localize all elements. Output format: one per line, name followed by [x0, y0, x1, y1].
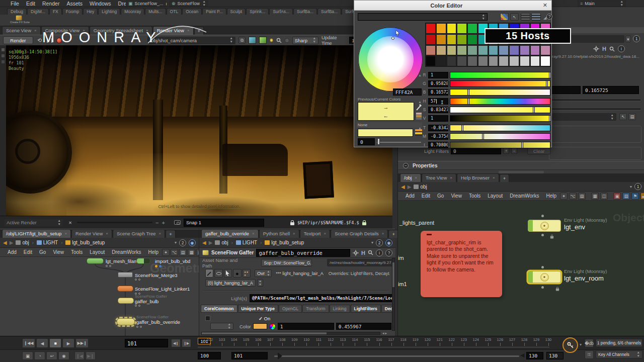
range-end-marker[interactable]: ◀	[520, 352, 524, 358]
node-name-label[interactable]: lgt_env_room	[564, 275, 604, 282]
range-end-chip[interactable]: 130	[526, 352, 543, 359]
menu-item-file[interactable]: File	[7, 0, 23, 8]
info-icon[interactable]: i	[376, 249, 383, 256]
snap-name-field[interactable]: Snap 1	[184, 219, 264, 227]
color-icon[interactable]: ▣	[613, 193, 621, 200]
breadcrumb-obj[interactable]: obj	[16, 240, 29, 245]
slider-handle[interactable]	[533, 107, 535, 113]
menu-item-go[interactable]: Go	[434, 192, 447, 200]
play-back-button[interactable]: ◀	[36, 338, 48, 348]
houdini-help-icon[interactable]: H	[602, 46, 606, 52]
tab-textport[interactable]: Textport×	[300, 229, 330, 238]
menu-item-add[interactable]: Add	[4, 248, 20, 256]
houdini-help-icon[interactable]: H	[361, 250, 365, 256]
tab-gaffer-bulb-override[interactable]: gaffer_bulb_override×	[201, 229, 259, 238]
close-tab-icon[interactable]: ×	[450, 175, 452, 180]
close-tab-icon[interactable]: ×	[324, 231, 326, 236]
swatch-r3-c11[interactable]	[540, 56, 550, 66]
node-label[interactable]: SceneFlow_Merge3	[135, 273, 178, 278]
alpha-slider-handle[interactable]	[377, 138, 380, 145]
menu-item-windows[interactable]: Windows	[86, 0, 115, 8]
color-swatch[interactable]	[253, 323, 267, 329]
swatch-r1-c2[interactable]	[447, 34, 457, 45]
shelf-tab-debug[interactable]: Debug	[7, 8, 27, 15]
swatch-r2-c8[interactable]	[509, 45, 519, 56]
history-badge[interactable]: 2	[179, 239, 186, 246]
shelf-tab-surfba[interactable]: SurfBa...	[317, 8, 341, 15]
close-tab-icon[interactable]: ×	[64, 231, 67, 236]
node-lgt-mesh-filament[interactable]	[87, 258, 104, 264]
enable-checkbox[interactable]	[205, 316, 210, 321]
slider-handle[interactable]	[467, 89, 469, 96]
magnify-icon[interactable]	[368, 250, 373, 255]
channels-refresh-icon[interactable]: �db	[585, 339, 594, 347]
close-tab-icon[interactable]: ×	[382, 231, 384, 236]
slider-handle[interactable]	[467, 98, 469, 105]
slider-value-field[interactable]: 1	[428, 115, 448, 122]
slider-bar[interactable]	[450, 115, 550, 122]
scene-combo[interactable]: ⊕SceneFlow▲▼	[169, 1, 208, 7]
flag-blue-icon[interactable]: ⚑	[631, 193, 639, 200]
tab-scene-graph-tree[interactable]: Scene Graph Tree×	[113, 229, 165, 238]
shelf-tab-lighting[interactable]: Lighting	[98, 8, 120, 15]
realtime-toggle-button[interactable]: ◔	[34, 351, 45, 360]
node-label[interactable]: import_bulb_vbd	[155, 258, 190, 264]
audio-button[interactable]: ◉	[58, 351, 69, 360]
menu-item-help[interactable]: Help	[144, 248, 162, 256]
edit-pencil-icon[interactable]	[205, 269, 213, 278]
refresh-icon[interactable]: ⟲	[36, 37, 43, 44]
current-frame-field[interactable]: 101	[125, 339, 168, 347]
tab-python-shell[interactable]: Python Shell×	[259, 229, 299, 238]
go-end-button[interactable]: ▶▶❙	[75, 338, 89, 348]
menu-item-tools[interactable]: Tools	[67, 248, 86, 256]
slider-bar[interactable]	[450, 107, 550, 113]
sync-icon[interactable]: ◉	[385, 239, 392, 246]
flag-orange-icon[interactable]: ▬	[640, 193, 644, 200]
play-button[interactable]: ▶	[62, 338, 74, 348]
grid-icon[interactable]: ▦	[188, 249, 195, 256]
range-end-button[interactable]: ▶❙	[86, 351, 96, 360]
swatch-r0-c4[interactable]	[467, 23, 477, 34]
step-forward-button[interactable]: ❙▶	[182, 339, 191, 347]
tree-icon[interactable]: ⌥	[171, 249, 178, 256]
light-filters-field[interactable]: 0	[451, 147, 501, 154]
swatch-r0-c2[interactable]	[447, 23, 457, 34]
tab-scene-graph-details[interactable]: Scene Graph Details×	[331, 229, 388, 238]
breadcrumb-lgt-bulb-setup[interactable]: lgt_bulb_setup	[265, 240, 304, 245]
swatch-r3-c6[interactable]	[489, 56, 499, 66]
wrench-icon[interactable]: ✦	[162, 249, 170, 256]
asset-type-combo[interactable]: Sop::DW::SceneFlow_G...▲▼	[261, 259, 312, 266]
slider-value-field[interactable]: 0.95828	[428, 80, 448, 87]
menu-item-view[interactable]: View	[447, 192, 465, 200]
ovr-combo[interactable]: Ovr▲▼	[255, 269, 272, 277]
tab-geometry-spreadsheet[interactable]: Geometry Spreadsheet×	[90, 26, 152, 35]
main-take-combo[interactable]: ≡Main▲▼	[578, 1, 626, 7]
back-icon[interactable]: ◀	[401, 184, 405, 190]
tab-help-browser[interactable]: Help Browser×	[457, 173, 499, 182]
node-sceneflow-light-linker1[interactable]	[117, 286, 133, 292]
sticky-note[interactable]: lgt_char_graphic_rim is parented to the …	[421, 231, 502, 297]
swatch-r1-c3[interactable]	[457, 34, 467, 45]
slider-bar[interactable]	[450, 98, 550, 105]
asset-path-combo[interactable]: /rel/rez/dwa/houdini_moonray/9.27.10...▲…	[327, 259, 392, 266]
stop-render-icon[interactable]	[56, 38, 61, 43]
eyedropper-icon[interactable]	[416, 103, 423, 111]
back-icon[interactable]: ◀	[202, 240, 206, 245]
close-tab-icon[interactable]: ×	[415, 175, 417, 180]
slider-config2-icon[interactable]	[531, 13, 541, 21]
close-render-icon[interactable]: ✕	[66, 219, 74, 226]
snapshot-path[interactable]: $HIP/ipr/$SNAPNAME.$F4.$	[297, 220, 359, 225]
node-label[interactable]: gaffer_bulb	[135, 299, 158, 304]
filter-combo[interactable]: Sharp▲▼	[292, 37, 318, 44]
swatch-r2-c9[interactable]	[520, 45, 530, 56]
slider-handle[interactable]	[461, 125, 463, 131]
vertical-scrollbar[interactable]	[392, 258, 395, 331]
slider-handle[interactable]	[482, 133, 484, 140]
menu-item-dreamworks[interactable]: DreamWorks	[506, 192, 542, 200]
menu-item-edit[interactable]: Edit	[418, 192, 434, 200]
menu-item-view[interactable]: View	[49, 248, 67, 256]
shelf-tab-sculpt[interactable]: Sculpt	[227, 8, 246, 15]
node-label[interactable]: gaffer_bulb_override	[136, 319, 180, 325]
solo-dots-icon[interactable]: ●●●	[243, 269, 251, 278]
node-lgt-env[interactable]	[528, 220, 561, 232]
